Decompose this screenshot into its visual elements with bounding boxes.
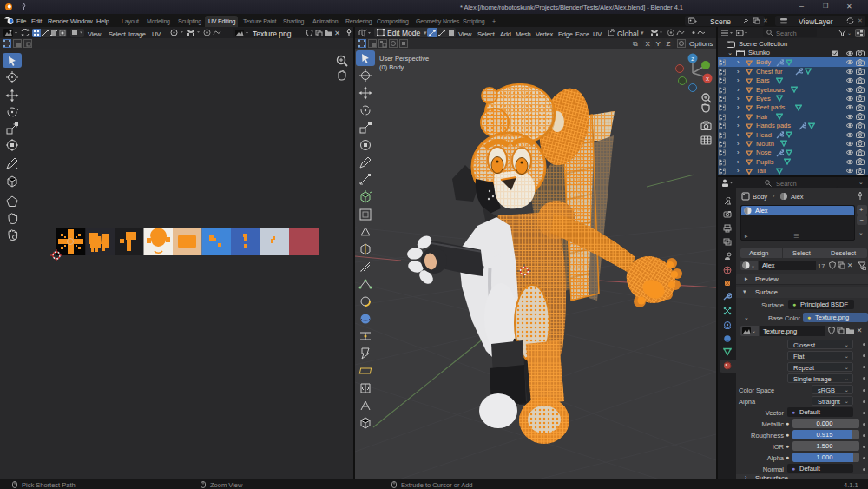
svg-text:X: X <box>706 76 709 82</box>
svg-text:(0) Body: (0) Body <box>379 63 404 71</box>
svg-text:User Perspective: User Perspective <box>379 55 429 63</box>
svg-text:Z: Z <box>691 56 694 62</box>
